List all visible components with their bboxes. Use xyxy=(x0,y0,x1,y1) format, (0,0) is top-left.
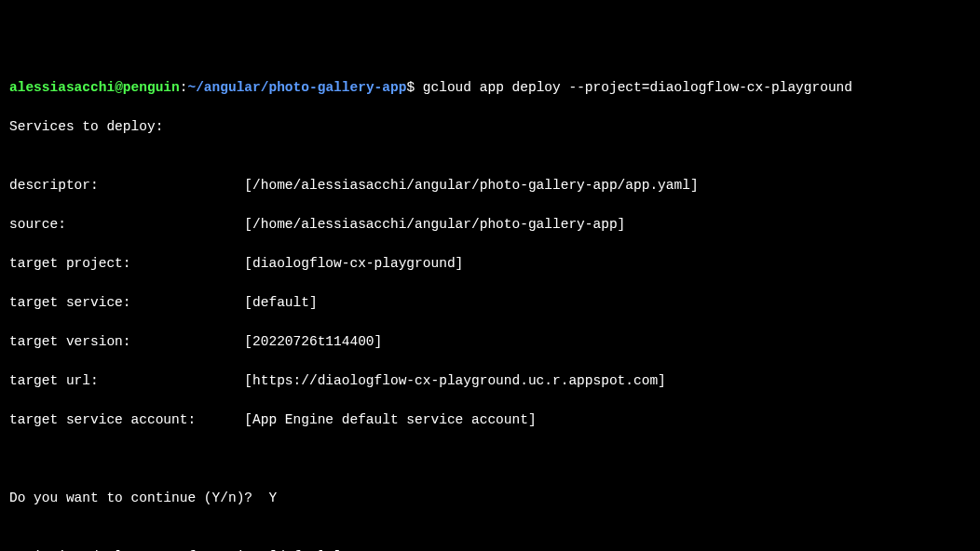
output-line: target service: [default] xyxy=(9,293,971,313)
prompt-user: alessiasacchi xyxy=(9,80,115,95)
output-line: source: [/home/alessiasacchi/angular/pho… xyxy=(9,215,971,235)
prompt-path: ~/angular/photo-gallery-app xyxy=(187,80,406,95)
output-line: target url: [https://diaologflow-cx-play… xyxy=(9,371,971,391)
output-line: target version: [20220726t114400] xyxy=(9,332,971,352)
output-line: target service account: [App Engine defa… xyxy=(9,410,971,430)
prompt-at: @ xyxy=(115,80,123,95)
prompt-dollar: $ xyxy=(406,80,422,95)
command-text: gcloud app deploy --project=diaologflow-… xyxy=(423,80,852,95)
confirm-prompt[interactable]: Do you want to continue (Y/n)? Y xyxy=(9,489,971,508)
output-line: target project: [diaologflow-cx-playgrou… xyxy=(9,254,971,274)
output-line: Beginning deployment of service [default… xyxy=(9,547,971,551)
output-line: descriptor: [/home/alessiasacchi/angular… xyxy=(9,176,971,195)
output-line: Services to deploy: xyxy=(9,117,971,137)
prompt-line[interactable]: alessiasacchi@penguin:~/angular/photo-ga… xyxy=(9,78,971,98)
prompt-host: penguin xyxy=(123,80,180,95)
